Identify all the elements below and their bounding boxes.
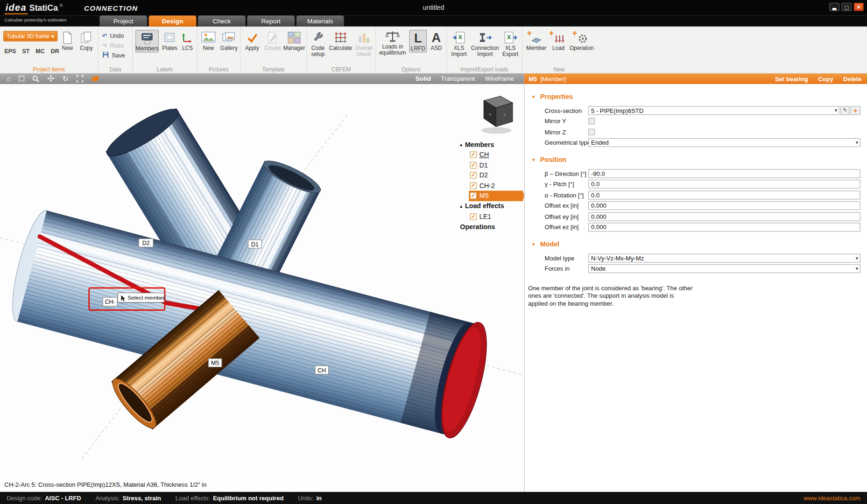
member-visibility-checkbox[interactable]: ✓ xyxy=(470,172,477,179)
selected-object-type: [Member] xyxy=(537,76,566,82)
website-link[interactable]: www.ideastatica.com xyxy=(804,495,860,501)
member-visibility-checkbox[interactable]: ✓ xyxy=(470,192,477,199)
3d-scene[interactable]: CH- Select member D2 D1 M5 xyxy=(0,84,524,492)
ribbon-group-options: Loads in equilibrium L LRFD A ASD Option… xyxy=(376,27,447,74)
view-mode-solid[interactable]: Solid xyxy=(416,75,431,82)
labels-members-button[interactable]: Members xyxy=(135,30,159,52)
new-load-icon: + xyxy=(552,30,565,45)
properties-panel: ▼PropertiesCross-section5 - PIPE(Imp)6ST… xyxy=(524,84,867,492)
labels-plates-button[interactable]: Plates xyxy=(160,30,179,51)
lrfd-button[interactable]: L LRFD xyxy=(409,30,427,52)
prop-input[interactable]: 0.000 xyxy=(588,201,860,210)
tab-design[interactable]: Design xyxy=(149,15,197,27)
prop-label: Geometrical type xyxy=(525,140,587,146)
prop-dropdown[interactable]: N-Vy-Vz-Mx-My-Mz▾ xyxy=(588,253,860,262)
new-operation-button[interactable]: + Operation xyxy=(569,30,594,51)
section-header-position[interactable]: ▼Position xyxy=(531,155,867,165)
delete-member-button[interactable]: Delete xyxy=(843,76,861,82)
picture-new-button[interactable]: New xyxy=(199,30,218,51)
tree-item-m5[interactable]: ✓M5 xyxy=(469,191,523,201)
xls-export-button[interactable]: X XLS Export xyxy=(500,30,521,57)
undo-button[interactable]: ↶ Undo xyxy=(101,31,127,40)
tree-item-ch-2[interactable]: ✓CH-2 xyxy=(469,181,523,191)
fit-view-icon[interactable] xyxy=(76,75,83,82)
orientation-cube[interactable]: Y X xyxy=(482,96,513,134)
rotate-view-icon[interactable]: ↻ xyxy=(63,75,69,82)
analysis-value[interactable]: Stress, strain xyxy=(122,495,161,501)
copy-member-button[interactable]: Copy xyxy=(818,76,833,82)
loads-in-equilibrium-button[interactable]: Loads in equilibrium xyxy=(377,29,408,56)
prop-input[interactable]: -90.0 xyxy=(588,169,860,178)
prop-dropdown[interactable]: 5 - PIPE(Imp)6STD▾ xyxy=(588,106,839,115)
connection-import-button[interactable]: Connection Import xyxy=(471,30,500,57)
prop-label: Offset ez [in] xyxy=(525,224,587,231)
view-mode-transparent[interactable]: Transparent xyxy=(441,75,475,82)
template-create-button[interactable]: Create xyxy=(263,30,283,51)
view-mode-wireframe[interactable]: Wireframe xyxy=(485,75,515,82)
template-apply-button[interactable]: Apply xyxy=(243,30,261,51)
eps-button[interactable]: EPS xyxy=(4,48,16,54)
prop-input[interactable]: 0.0 xyxy=(588,180,860,189)
tree-item-d1[interactable]: ✓D1 xyxy=(469,160,523,170)
section-collapse-icon: ▼ xyxy=(531,242,536,247)
new-item-button[interactable]: New xyxy=(59,30,77,51)
prop-dropdown[interactable]: Ended▾ xyxy=(588,138,860,147)
add-cross-section-button[interactable]: + xyxy=(850,106,860,115)
tree-item-le1[interactable]: ✓LE1 xyxy=(469,211,523,222)
st-button[interactable]: ST xyxy=(22,48,29,54)
new-member-button[interactable]: + Member xyxy=(524,30,549,51)
edit-cross-section-button[interactable]: ✎ xyxy=(840,106,849,115)
prop-checkbox[interactable] xyxy=(588,129,595,135)
labels-lcs-button[interactable]: LCS xyxy=(179,30,196,51)
mc-button[interactable]: MC xyxy=(35,48,44,54)
project-preset-dropdown[interactable]: Tubular 3D frame ▾ xyxy=(3,31,57,42)
tab-check[interactable]: Check xyxy=(198,15,246,27)
set-bearing-button[interactable]: Set bearing xyxy=(775,76,808,82)
svg-text:Select member: Select member xyxy=(128,294,165,301)
prop-input[interactable]: 0.000 xyxy=(588,223,860,232)
template-manager-button[interactable]: Manager xyxy=(282,30,306,51)
tab-materials[interactable]: Materials xyxy=(296,15,344,27)
save-icon xyxy=(102,51,109,59)
new-load-button[interactable]: + Load xyxy=(549,30,568,51)
member-visibility-checkbox[interactable]: ✓ xyxy=(470,162,477,168)
member-visibility-checkbox[interactable]: ✓ xyxy=(470,152,477,158)
load-effects-value[interactable]: Equilibrium not required xyxy=(213,495,283,501)
dr-button[interactable]: DR xyxy=(51,48,59,54)
maximize-button[interactable]: ▢ xyxy=(842,3,852,11)
tab-project[interactable]: Project xyxy=(99,15,147,27)
code-setup-button[interactable]: Code setup xyxy=(308,30,328,57)
save-button[interactable]: Save xyxy=(101,51,127,60)
redo-button[interactable]: ↷ Redo xyxy=(101,41,127,50)
3d-viewport[interactable]: CH- Select member D2 D1 M5 xyxy=(0,84,524,492)
paint-brush-icon[interactable] xyxy=(91,76,99,81)
load-effect-checkbox[interactable]: ✓ xyxy=(470,213,477,220)
copy-item-button[interactable]: Copy xyxy=(78,30,95,51)
tree-header-operations[interactable]: Operations xyxy=(460,222,523,232)
gallery-button[interactable]: Gallery xyxy=(219,30,240,51)
zoom-icon[interactable] xyxy=(32,75,39,82)
overall-check-button[interactable]: Overall check xyxy=(352,30,375,57)
prop-dropdown[interactable]: Node▾ xyxy=(588,264,860,273)
close-button[interactable]: ✕ xyxy=(854,3,864,11)
pan-icon[interactable] xyxy=(47,75,55,83)
prop-input[interactable]: 0.000 xyxy=(588,212,860,221)
asd-button[interactable]: A ASD xyxy=(428,30,445,51)
design-code-value[interactable]: AISC - LRFD xyxy=(45,495,81,501)
home-view-icon[interactable]: ⌂ xyxy=(7,75,11,82)
calculate-button[interactable]: Calculate xyxy=(329,30,352,51)
tree-header-load-effects[interactable]: ▴ Load effects xyxy=(460,201,523,211)
xls-import-button[interactable]: X XLS Import xyxy=(448,30,469,57)
zoom-window-icon[interactable] xyxy=(19,76,24,81)
member-visibility-checkbox[interactable]: ✓ xyxy=(470,182,477,189)
prop-input[interactable]: 0.0 xyxy=(588,190,860,199)
tab-report[interactable]: Report xyxy=(247,15,295,27)
minimize-button[interactable]: ▃ xyxy=(829,3,839,11)
section-header-model[interactable]: ▼Model xyxy=(531,239,867,249)
tree-item-ch[interactable]: ✓CH xyxy=(469,150,523,160)
tree-header-members[interactable]: ▴ Members xyxy=(460,139,523,150)
section-header-properties[interactable]: ▼Properties xyxy=(531,92,867,102)
units-value[interactable]: in xyxy=(316,495,322,501)
tree-item-d2[interactable]: ✓D2 xyxy=(469,170,523,181)
prop-checkbox[interactable] xyxy=(588,118,595,125)
